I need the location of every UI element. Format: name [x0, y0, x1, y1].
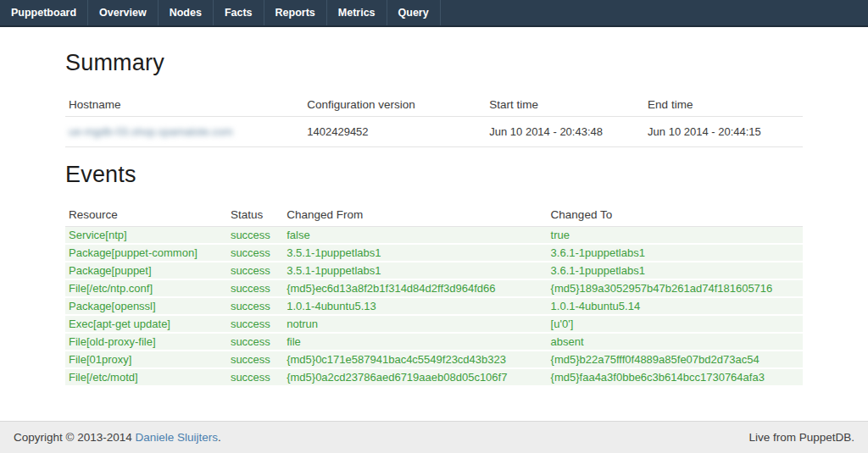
changed-to-cell: absent: [548, 333, 803, 351]
nav-item-nodes[interactable]: Nodes: [159, 0, 214, 25]
page-footer: Copyright © 2013-2014 Daniele Sluijters.…: [0, 421, 868, 453]
status-cell: success: [227, 227, 283, 245]
summary-table: Hostname Configuration version Start tim…: [65, 93, 803, 147]
resource-cell: Package[openssl]: [65, 297, 227, 315]
changed-to-cell: 3.6.1-1puppetlabs1: [548, 244, 803, 262]
table-row: Package[puppet] success 3.5.1-1puppetlab…: [65, 262, 803, 279]
status-cell: success: [227, 351, 283, 368]
column-header-hostname: Hostname: [65, 93, 303, 117]
column-header-end-time: End time: [644, 93, 803, 117]
resource-cell: Service[ntp]: [65, 227, 227, 245]
events-header-row: Resource Status Changed From Changed To: [65, 203, 803, 227]
nav-item-overview[interactable]: Overview: [88, 0, 159, 25]
author-link[interactable]: Daniele Sluijters: [136, 431, 219, 444]
copyright-suffix: .: [218, 431, 221, 444]
resource-cell: Package[puppet-common]: [65, 244, 227, 262]
table-row: Package[openssl] success 1.0.1-4ubuntu5.…: [65, 297, 803, 315]
column-header-resource: Resource: [65, 203, 227, 227]
summary-heading: Summary: [65, 50, 803, 76]
table-row: Package[puppet-common] success 3.5.1-1pu…: [65, 244, 803, 262]
changed-from-cell: 3.5.1-1puppetlabs1: [283, 244, 547, 262]
table-row: File[old-proxy-file] success file absent: [65, 333, 803, 351]
changed-from-cell: {md5}ec6d13a8f2b1f314d84d2ff3d964fd66: [283, 279, 547, 297]
events-heading: Events: [65, 162, 803, 188]
table-row: File[01proxy] success {md5}0c171e587941b…: [65, 351, 803, 368]
table-row: Exec[apt-get update] success notrun [u'0…: [65, 315, 803, 333]
changed-from-cell: file: [283, 333, 547, 351]
changed-from-cell: 3.5.1-1puppetlabs1: [283, 262, 547, 279]
status-cell: success: [227, 368, 283, 386]
resource-cell: File[/etc/ntp.conf]: [65, 279, 227, 297]
table-row: File[/etc/motd] success {md5}0a2cd23786a…: [65, 368, 803, 386]
resource-cell: Package[puppet]: [65, 262, 227, 279]
changed-from-cell: 1.0.1-4ubuntu5.13: [283, 297, 547, 315]
resource-cell: Exec[apt-get update]: [65, 315, 227, 333]
nav-item-metrics[interactable]: Metrics: [327, 0, 387, 25]
status-cell: success: [227, 262, 283, 279]
changed-to-cell: true: [548, 227, 803, 245]
copyright-prefix: Copyright © 2013-2014: [14, 431, 136, 444]
events-table: Resource Status Changed From Changed To …: [65, 203, 803, 387]
nav-item-facts[interactable]: Facts: [214, 0, 264, 25]
navbar-brand-puppetboard[interactable]: Puppetboard: [0, 0, 88, 25]
column-header-start-time: Start time: [486, 93, 644, 117]
copyright-text: Copyright © 2013-2014 Daniele Sluijters.: [14, 431, 221, 444]
status-cell: success: [227, 244, 283, 262]
nav-item-reports[interactable]: Reports: [264, 0, 327, 25]
main-content: Summary Hostname Configuration version S…: [65, 50, 803, 387]
status-cell: success: [227, 315, 283, 333]
changed-from-cell: {md5}0c171e587941bac4c5549f23cd43b323: [283, 351, 547, 368]
changed-from-cell: notrun: [283, 315, 547, 333]
hostname-cell: ue-mgdb-03.shop.spamalote.com: [65, 117, 303, 147]
config-version-cell: 1402429452: [303, 117, 486, 147]
table-row: Service[ntp] success false true: [65, 227, 803, 245]
changed-to-cell: {md5}189a3052957b47b261ad74f181605716: [548, 279, 803, 297]
column-header-configuration-version: Configuration version: [303, 93, 486, 117]
table-row: File[/etc/ntp.conf] success {md5}ec6d13a…: [65, 279, 803, 297]
puppetdb-status-text: Live from PuppetDB.: [748, 431, 854, 444]
resource-cell: File[/etc/motd]: [65, 368, 227, 386]
column-header-changed-to: Changed To: [548, 203, 803, 227]
status-cell: success: [227, 333, 283, 351]
top-navbar: Puppetboard Overview Nodes Facts Reports…: [0, 0, 868, 27]
changed-to-cell: 1.0.1-4ubuntu5.14: [548, 297, 803, 315]
start-time-cell: Jun 10 2014 - 20:43:48: [486, 117, 644, 147]
status-cell: success: [227, 279, 283, 297]
summary-header-row: Hostname Configuration version Start tim…: [65, 93, 803, 117]
resource-cell: File[01proxy]: [65, 351, 227, 368]
column-header-changed-from: Changed From: [283, 203, 547, 227]
end-time-cell: Jun 10 2014 - 20:44:15: [644, 117, 803, 147]
changed-to-cell: 3.6.1-1puppetlabs1: [548, 262, 803, 279]
status-cell: success: [227, 297, 283, 315]
changed-from-cell: false: [283, 227, 547, 245]
column-header-status: Status: [227, 203, 283, 227]
summary-row: ue-mgdb-03.shop.spamalote.com 1402429452…: [65, 117, 803, 147]
hostname-link-redacted[interactable]: ue-mgdb-03.shop.spamalote.com: [69, 125, 233, 138]
changed-from-cell: {md5}0a2cd23786aed6719aaeb08d05c106f7: [283, 368, 547, 386]
changed-to-cell: [u'0']: [548, 315, 803, 333]
changed-to-cell: {md5}faa4a3f0bbe6c3b614bcc1730764afa3: [548, 368, 803, 386]
nav-item-query[interactable]: Query: [387, 0, 441, 25]
resource-cell: File[old-proxy-file]: [65, 333, 227, 351]
changed-to-cell: {md5}b22a75fff0f4889a85fe07bd2d73ac54: [548, 351, 803, 368]
